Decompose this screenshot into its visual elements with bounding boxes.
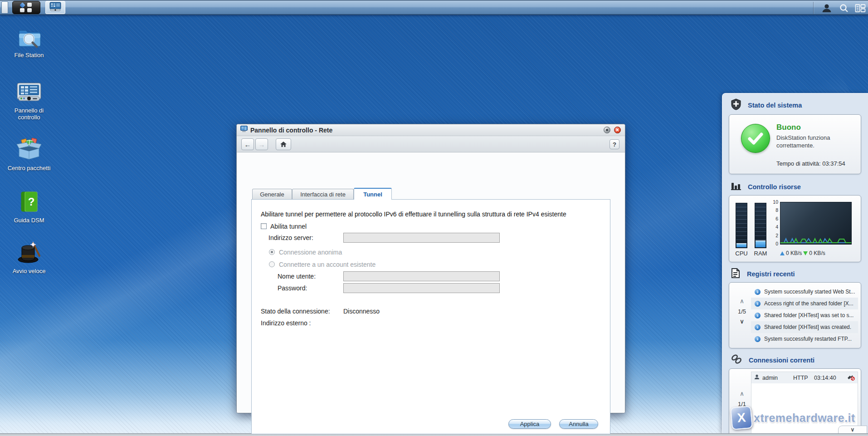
apply-button[interactable]: Applica bbox=[508, 419, 551, 429]
user-icon bbox=[754, 374, 760, 381]
desktop: SynologyDSM 4.0 File Station Pannell bbox=[0, 0, 868, 436]
logs-page-indicator: 1/5 bbox=[733, 308, 751, 315]
upload-arrow-icon bbox=[780, 251, 785, 255]
watermark-text: xtremehardware.it bbox=[754, 412, 855, 425]
help-button[interactable]: ? bbox=[610, 139, 619, 149]
main-menu-button[interactable] bbox=[12, 1, 40, 14]
logs-list: iSystem successfully started Web St... i… bbox=[751, 286, 858, 345]
recent-logs-title: Registri recenti bbox=[747, 270, 795, 278]
network-traffic-graph bbox=[780, 202, 852, 245]
recent-logs-box: ∧ 1/5 ∨ iSystem successfully started Web… bbox=[729, 282, 861, 348]
pilot-view-icon[interactable] bbox=[853, 2, 867, 14]
anonymous-connection-radio bbox=[269, 249, 275, 255]
resource-monitor-box: CPU RAM 10 8 6 4 2 0 0 KB/s 0 KB/s bbox=[729, 195, 861, 262]
server-address-input bbox=[343, 233, 500, 243]
axis-tick: 2 bbox=[768, 233, 778, 238]
current-connections-title: Connessioni correnti bbox=[749, 357, 814, 364]
control-panel-task-icon bbox=[49, 2, 61, 13]
control-panel-window: Pannello di controllo - Rete ✕ ← → ? Gen… bbox=[236, 124, 625, 413]
main-menu-icon bbox=[20, 3, 33, 13]
tunnel-tab-panel: Abilitare tunnel per permettere al proto… bbox=[251, 199, 610, 434]
window-titlebar[interactable]: Pannello di controllo - Rete ✕ bbox=[237, 124, 625, 136]
desktop-icon-dsm-help[interactable]: ? Guida DSM bbox=[6, 191, 52, 224]
control-panel-icon bbox=[16, 97, 42, 105]
enable-tunnel-label: Abilita tunnel bbox=[270, 223, 307, 230]
chevron-up-icon[interactable]: ∧ bbox=[733, 298, 751, 304]
bar-chart-icon bbox=[731, 181, 741, 192]
log-text: System successfully restarted FTP... bbox=[764, 336, 852, 342]
desktop-icon-file-station[interactable]: File Station bbox=[6, 26, 52, 59]
network-legend: 0 KB/s 0 KB/s bbox=[780, 250, 825, 256]
desktop-icon-quick-start[interactable]: Avvio veloce bbox=[6, 241, 52, 274]
existing-account-radio bbox=[269, 261, 275, 267]
desktop-icon-label: File Station bbox=[6, 52, 52, 59]
taskbar-item-control-panel[interactable] bbox=[45, 1, 65, 14]
cpu-meter bbox=[736, 203, 747, 248]
taskbar-divider bbox=[813, 2, 814, 14]
tab-tunnel[interactable]: Tunnel bbox=[354, 188, 392, 200]
cpu-label: CPU bbox=[732, 250, 751, 257]
log-document-icon bbox=[731, 268, 741, 280]
resource-monitor-header[interactable]: Controllo risorse bbox=[727, 181, 863, 193]
chevron-up-icon[interactable]: ∧ bbox=[733, 391, 751, 397]
sidebar-collapse-tab[interactable]: ∨ bbox=[838, 426, 867, 433]
desktop-icon-control-panel[interactable]: Pannello di controllo bbox=[6, 82, 52, 121]
chain-link-icon bbox=[731, 354, 742, 367]
existing-account-label: Connettere a un account esistente bbox=[279, 261, 375, 268]
tab-interfaccia-di-rete[interactable]: Interfaccia di rete bbox=[292, 189, 354, 199]
axis-tick: 4 bbox=[768, 224, 778, 230]
server-address-label: Indirizzo server: bbox=[268, 234, 313, 241]
forward-button[interactable]: → bbox=[255, 138, 268, 150]
resource-monitor-title: Controllo risorse bbox=[748, 183, 801, 191]
user-menu-icon[interactable] bbox=[820, 2, 834, 14]
axis-tick: 6 bbox=[768, 216, 778, 221]
desktop-icon-package-center[interactable]: Centro pacchetti bbox=[6, 137, 52, 171]
window-title: Pannello di controllo - Rete bbox=[250, 127, 332, 134]
log-text: Shared folder [XHTest] was set to s... bbox=[764, 312, 853, 318]
chevron-down-icon[interactable]: ∨ bbox=[733, 318, 751, 325]
log-row: iSystem successfully started Web St... bbox=[751, 286, 858, 298]
tab-generale[interactable]: Generale bbox=[252, 189, 292, 199]
svg-text:?: ? bbox=[28, 196, 35, 208]
system-status-title: Stato del sistema bbox=[748, 102, 802, 109]
package-center-icon bbox=[16, 155, 42, 162]
connection-row: admin HTTP 03:14:40 bbox=[751, 372, 858, 383]
ram-label: RAM bbox=[751, 250, 770, 257]
status-message: DiskStation funziona correttamente. bbox=[776, 134, 847, 149]
ram-meter bbox=[755, 203, 766, 248]
logs-pager: ∧ 1/5 ∨ bbox=[733, 298, 751, 325]
log-row: iShared folder [XHTest] was created. bbox=[751, 321, 858, 333]
site-watermark: X xtremehardware.it bbox=[731, 407, 855, 429]
info-icon: i bbox=[755, 289, 761, 295]
system-status-box: Buono DiskStation funziona correttamente… bbox=[729, 114, 861, 174]
desktop-icon-label: Centro pacchetti bbox=[6, 165, 52, 171]
home-button[interactable] bbox=[276, 138, 291, 150]
recent-logs-header[interactable]: Registri recenti bbox=[727, 268, 863, 280]
dsm-help-icon: ? bbox=[18, 207, 40, 215]
axis-tick: 10 bbox=[768, 199, 778, 205]
system-status-header[interactable]: Stato del sistema bbox=[727, 99, 863, 112]
info-icon: i bbox=[755, 313, 761, 318]
show-desktop-button[interactable] bbox=[1, 1, 8, 14]
download-arrow-icon bbox=[803, 251, 808, 255]
search-icon[interactable] bbox=[837, 2, 851, 14]
connection-status-label: Stato della connessione: bbox=[261, 308, 330, 315]
shield-icon bbox=[731, 98, 741, 112]
axis-tick: 0 bbox=[768, 241, 778, 246]
log-row: iShared folder [XHTest] was set to s... bbox=[751, 309, 858, 321]
close-button[interactable]: ✕ bbox=[614, 127, 621, 133]
log-text: System successfully started Web St... bbox=[764, 289, 855, 295]
download-value: 0 KB/s bbox=[809, 250, 825, 256]
file-station-icon bbox=[17, 42, 41, 49]
info-icon: i bbox=[755, 324, 761, 330]
disconnect-icon[interactable] bbox=[847, 374, 855, 382]
minimize-button[interactable] bbox=[604, 127, 610, 133]
desktop-icon-label: Avvio veloce bbox=[6, 268, 52, 274]
back-button[interactable]: ← bbox=[241, 138, 254, 150]
desktop-icon-label: Pannello di controllo bbox=[6, 107, 52, 121]
cancel-button[interactable]: Annulla bbox=[559, 419, 598, 429]
current-connections-header[interactable]: Connessioni correnti bbox=[727, 354, 863, 367]
log-row: iAccess right of the shared folder [X... bbox=[751, 298, 858, 309]
enable-tunnel-checkbox[interactable] bbox=[261, 223, 267, 229]
info-icon: i bbox=[755, 336, 761, 342]
